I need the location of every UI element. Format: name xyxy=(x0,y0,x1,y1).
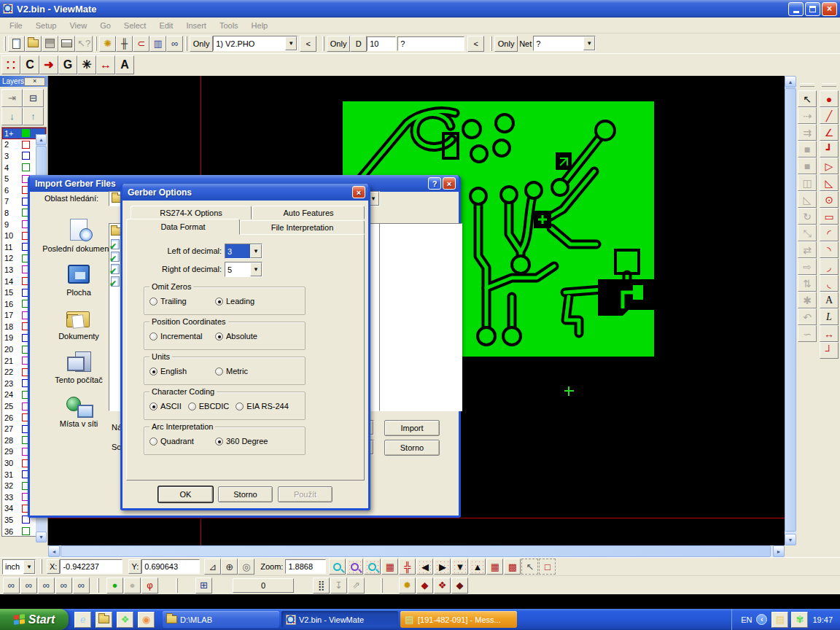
toolbar-grip[interactable] xyxy=(97,578,99,593)
select-flash-button[interactable]: ✳ xyxy=(77,55,96,74)
radio-incremental[interactable]: Incremental xyxy=(149,332,215,341)
menu-select[interactable]: Select xyxy=(117,19,153,32)
layer-up-button[interactable]: ↑ xyxy=(23,107,44,125)
toolbar-grip[interactable] xyxy=(95,36,97,51)
scroll-up-icon[interactable]: ▲ xyxy=(36,134,47,145)
only-layer-button[interactable]: Only xyxy=(190,36,213,52)
toolbar-grip[interactable] xyxy=(322,36,324,51)
draw-curve-button[interactable]: ◝ xyxy=(820,241,839,258)
radio-trailing[interactable]: Trailing xyxy=(149,297,215,306)
language-indicator[interactable]: EN xyxy=(741,615,752,624)
menu-view[interactable]: View xyxy=(63,19,93,32)
zoom-value[interactable]: 1.8868 xyxy=(285,559,326,574)
units-combobox[interactable]: inch ▼ xyxy=(2,559,36,575)
draw-line-button[interactable]: ╱ xyxy=(820,107,839,124)
draw-label-button[interactable]: L xyxy=(820,308,839,325)
start-button[interactable]: Start xyxy=(0,609,69,630)
new-file-button[interactable] xyxy=(8,36,25,52)
select-component-button[interactable]: C xyxy=(20,55,39,74)
toolbar-grip[interactable] xyxy=(381,578,383,593)
grid-origin-button[interactable]: ▦ xyxy=(381,559,398,575)
highlight-dcode-button[interactable]: ⊂ xyxy=(133,36,149,52)
radio-absolute[interactable]: Absolute xyxy=(215,332,281,341)
chevron-down-icon[interactable]: ▼ xyxy=(250,262,262,276)
layer-down-button[interactable]: ↓ xyxy=(1,107,23,125)
radio-english[interactable]: English xyxy=(149,367,215,376)
draw-pad-button[interactable]: ● xyxy=(820,90,839,107)
zoom-select-button[interactable] xyxy=(346,559,363,575)
cancel-button[interactable]: Storno xyxy=(218,486,273,502)
resize-frame-button[interactable]: ↖ xyxy=(521,559,538,575)
radio-quadrant[interactable]: Quadrant xyxy=(149,437,215,446)
draw-sketch-button[interactable]: ◟ xyxy=(820,275,839,292)
dcode-name-input[interactable]: ? xyxy=(397,36,464,51)
select-pointer-button[interactable]: ↖ xyxy=(798,90,817,107)
probe-button[interactable]: ◎ xyxy=(238,559,254,575)
view-dcodes-button[interactable]: ∞ xyxy=(55,578,72,594)
firefox-button[interactable]: ◉ xyxy=(138,612,155,628)
grid-snap-button[interactable]: ╬ xyxy=(399,559,416,575)
layer-films-button[interactable]: ⊟ xyxy=(23,89,44,107)
taskbar-item-folder[interactable]: D:\MLAB xyxy=(163,611,279,628)
smd-mode-button[interactable]: ◆ xyxy=(451,578,468,594)
pan-right-button[interactable]: ▶ xyxy=(434,559,451,575)
dcode-input[interactable]: 10 xyxy=(367,36,396,51)
taskbar-item-message[interactable]: ▤[191-482-091] - Mess... xyxy=(400,611,517,628)
flash-mode-button[interactable]: ✹ xyxy=(399,578,416,594)
radio-ebcdic[interactable]: EBCDIC xyxy=(188,402,230,411)
window-new-button[interactable]: ▦ xyxy=(486,559,503,575)
select-group-button[interactable]: G xyxy=(58,55,77,74)
select-text-button[interactable]: A xyxy=(115,55,134,74)
pan-up-button[interactable]: ▲ xyxy=(469,559,486,575)
measure-tools-button[interactable]: ╫ xyxy=(116,36,133,52)
dialog-close-button[interactable]: × xyxy=(443,177,456,190)
prev-layer-button[interactable]: < xyxy=(300,36,316,52)
draw-dimension-button[interactable]: ↔ xyxy=(820,325,839,342)
layer-combobox[interactable]: 1) V2.PHO ▼ xyxy=(213,36,298,51)
layer-color-swatch[interactable] xyxy=(22,152,30,160)
lamp-on-button[interactable]: ● xyxy=(106,578,123,594)
menu-insert[interactable]: Insert xyxy=(179,19,213,32)
zoom-point-button[interactable] xyxy=(329,559,346,575)
menu-file[interactable]: File xyxy=(3,19,29,32)
import-cancel-button[interactable]: Storno xyxy=(384,440,440,456)
only-net-button[interactable]: Only xyxy=(494,36,518,52)
clipboard-tray-button[interactable]: ▤ xyxy=(771,612,788,628)
tray-collapse-icon[interactable]: ‹ xyxy=(756,614,767,625)
minimize-button[interactable] xyxy=(788,2,804,16)
internet-explorer-button[interactable]: e xyxy=(74,612,91,628)
place-computer[interactable]: Tento počítač xyxy=(39,350,119,384)
menu-tools[interactable]: Tools xyxy=(213,19,245,32)
pan-left-button[interactable]: ◀ xyxy=(416,559,433,575)
draw-arc-3pt-button[interactable]: ◞ xyxy=(820,258,839,275)
import-button[interactable]: Import xyxy=(384,420,440,436)
restore-button[interactable] xyxy=(805,2,820,16)
draw-rect-button[interactable]: ▭ xyxy=(820,208,839,225)
vertical-scrollbar[interactable]: ▲ ▼ xyxy=(785,76,796,545)
place-recent[interactable]: Poslední dokumenty xyxy=(39,219,119,253)
move-to-layer-button[interactable]: ⇥ xyxy=(1,89,23,107)
layer-color-swatch[interactable] xyxy=(22,527,30,535)
print-button[interactable] xyxy=(58,36,75,52)
toolbar-grip[interactable] xyxy=(4,36,6,51)
dcode-button[interactable]: D xyxy=(350,36,367,52)
draw-arc-button[interactable]: ◜ xyxy=(820,225,839,241)
layers-close-icon[interactable]: × xyxy=(24,77,45,86)
radio-leading[interactable]: Leading xyxy=(215,297,281,306)
view-all-button[interactable]: ∞ xyxy=(3,578,20,594)
draw-triangle-button[interactable]: ◺ xyxy=(820,174,839,191)
icq-flower-button[interactable]: ✾ xyxy=(791,612,808,628)
scroll-left-icon[interactable]: ◄ xyxy=(48,545,60,557)
scroll-up-icon[interactable]: ▲ xyxy=(785,76,796,88)
toolbar-grip[interactable] xyxy=(40,559,42,574)
lamp-probe-button[interactable]: φ xyxy=(141,578,158,594)
tab-data-format[interactable]: Data Format xyxy=(126,219,240,235)
draw-text-button[interactable]: A xyxy=(820,292,839,308)
draw-polyline-button[interactable]: ∠ xyxy=(820,124,839,141)
menu-edit[interactable]: Edit xyxy=(152,19,179,32)
layer-colors-button[interactable]: ▥ xyxy=(149,36,166,52)
chevron-down-icon[interactable]: ▼ xyxy=(583,36,595,50)
hscroll-thumb[interactable] xyxy=(61,545,771,557)
folder-launcher-button[interactable] xyxy=(96,612,112,628)
layer-color-swatch[interactable] xyxy=(22,163,30,171)
